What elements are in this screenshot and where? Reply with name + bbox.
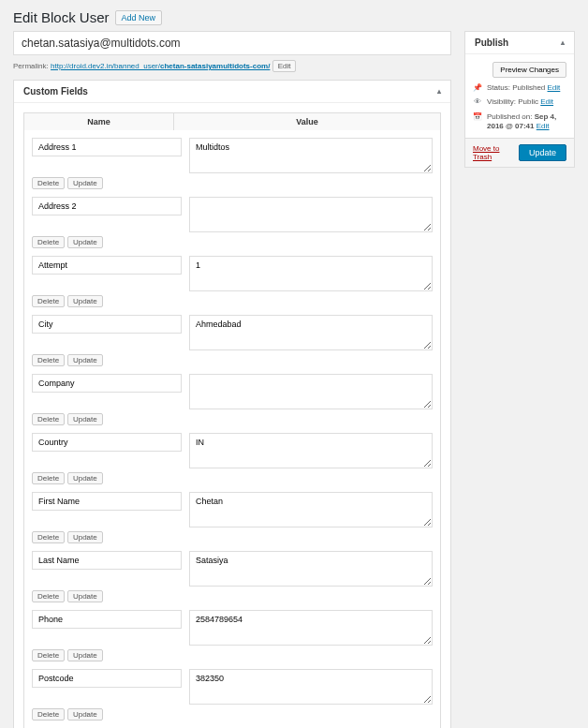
cf-delete-button[interactable]: Delete xyxy=(32,413,65,425)
move-to-trash-link[interactable]: Move to Trash xyxy=(473,144,519,161)
cf-delete-button[interactable]: Delete xyxy=(32,531,65,543)
cf-value-input[interactable]: Chetan xyxy=(189,492,433,527)
cf-value-input[interactable] xyxy=(189,374,433,409)
cf-name-input[interactable] xyxy=(32,256,182,275)
update-button[interactable]: Update xyxy=(519,144,566,161)
cf-delete-button[interactable]: Delete xyxy=(32,708,65,721)
cf-name-header: Name xyxy=(24,113,174,130)
cf-value-input[interactable] xyxy=(189,197,433,232)
cf-name-input[interactable] xyxy=(32,433,182,452)
status-edit-link[interactable]: Edit xyxy=(548,83,561,92)
cf-update-button[interactable]: Update xyxy=(67,354,103,366)
cf-value-input[interactable]: 1 xyxy=(189,256,433,291)
post-title-input[interactable] xyxy=(13,31,451,55)
cf-value-input[interactable]: Ahmedabad xyxy=(189,315,433,350)
cf-value-input[interactable]: 382350 xyxy=(189,669,433,705)
cf-name-input[interactable] xyxy=(32,492,182,511)
permalink: Permalink: http://droid.dev2.in/banned_u… xyxy=(13,60,451,72)
cf-value-input[interactable]: 2584789654 xyxy=(189,610,433,646)
cf-delete-button[interactable]: Delete xyxy=(32,354,65,366)
cf-update-button[interactable]: Update xyxy=(67,295,103,307)
cf-value-header: Value xyxy=(174,113,440,130)
cf-name-input[interactable] xyxy=(32,551,182,570)
cf-name-input[interactable] xyxy=(32,374,182,393)
cf-update-button[interactable]: Update xyxy=(67,649,103,661)
cf-update-button[interactable]: Update xyxy=(67,590,103,602)
visibility-edit-link[interactable]: Edit xyxy=(540,97,553,106)
date-edit-link[interactable]: Edit xyxy=(537,122,550,130)
permalink-edit-button[interactable]: Edit xyxy=(272,60,297,72)
page-title: Edit Block User xyxy=(13,9,110,25)
cf-name-input[interactable] xyxy=(32,315,182,334)
cf-name-input[interactable] xyxy=(32,610,182,629)
cf-update-button[interactable]: Update xyxy=(67,236,103,248)
preview-changes-button[interactable]: Preview Changes xyxy=(492,62,566,78)
custom-fields-title: Custom Fields xyxy=(23,86,88,97)
cf-delete-button[interactable]: Delete xyxy=(32,295,65,307)
cf-delete-button[interactable]: Delete xyxy=(32,236,65,248)
cf-value-input[interactable]: IN xyxy=(189,433,433,468)
add-new-button[interactable]: Add New xyxy=(115,10,163,25)
chevron-up-icon[interactable]: ▴ xyxy=(437,87,441,96)
cf-delete-button[interactable]: Delete xyxy=(32,177,65,189)
publish-title: Publish xyxy=(475,37,508,48)
cf-name-input[interactable] xyxy=(32,197,182,215)
calendar-icon: 📅 xyxy=(473,112,482,122)
cf-delete-button[interactable]: Delete xyxy=(32,590,65,602)
permalink-link[interactable]: http://droid.dev2.in/banned_user/chetan-… xyxy=(51,62,270,70)
cf-update-button[interactable]: Update xyxy=(67,708,103,721)
cf-value-input[interactable]: Multidtos xyxy=(189,138,433,173)
cf-update-button[interactable]: Update xyxy=(67,177,103,189)
pin-icon: 📌 xyxy=(473,83,482,93)
cf-update-button[interactable]: Update xyxy=(67,531,103,543)
chevron-up-icon[interactable]: ▴ xyxy=(561,38,565,47)
cf-name-input[interactable] xyxy=(32,138,182,156)
cf-update-button[interactable]: Update xyxy=(67,413,103,425)
cf-value-input[interactable]: Satasiya xyxy=(189,551,433,587)
visibility-icon: 👁 xyxy=(473,97,482,107)
cf-name-input[interactable] xyxy=(32,669,182,688)
cf-delete-button[interactable]: Delete xyxy=(32,472,65,484)
cf-update-button[interactable]: Update xyxy=(67,472,103,484)
cf-delete-button[interactable]: Delete xyxy=(32,649,65,661)
